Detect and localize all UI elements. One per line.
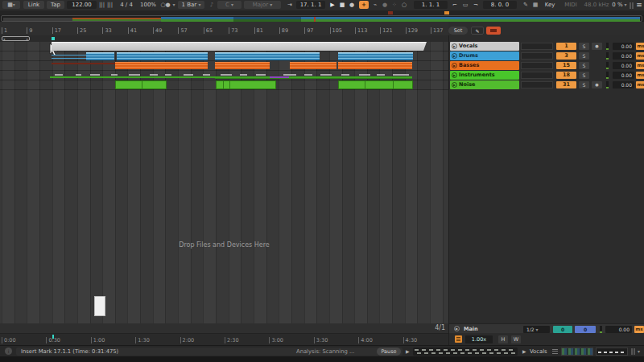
scale-icon[interactable]: ♪ xyxy=(208,1,216,9)
locator-marker[interactable] xyxy=(388,11,393,14)
track-solo-button[interactable]: S xyxy=(579,52,589,60)
metronome-icon[interactable]: ○● xyxy=(159,1,171,9)
midi-clip-preview[interactable] xyxy=(413,348,518,356)
nudge-up-icon[interactable]: ||| xyxy=(106,1,114,9)
track-play-icon[interactable]: ▶ xyxy=(452,43,457,49)
track-name-bar[interactable]: ▶Noise xyxy=(450,80,519,89)
metronome-caret-icon[interactable]: ▾ xyxy=(171,1,176,9)
groove-pool-icon[interactable] xyxy=(455,335,462,343)
track-delay-unit[interactable]: ms xyxy=(636,43,644,50)
cue-volume-field[interactable]: 0 xyxy=(553,326,572,333)
track-delay-unit[interactable]: ms xyxy=(636,62,644,69)
clip-instruments[interactable] xyxy=(215,78,412,79)
track-header-basses[interactable]: ▶Basses15S0.00ms xyxy=(450,61,644,70)
track-delay-value[interactable]: 0.00 xyxy=(613,62,634,69)
arrangement-overview[interactable] xyxy=(1,15,642,22)
track-delay-value[interactable]: 0.00 xyxy=(613,43,634,50)
track-number-box[interactable]: 15 xyxy=(556,62,576,69)
draw-automation-button[interactable]: ✎ xyxy=(471,27,484,35)
track-number-box[interactable]: 3 xyxy=(556,52,576,60)
track-lane-instruments[interactable] xyxy=(0,71,448,80)
clip-basses[interactable] xyxy=(290,62,336,69)
arrangement-area[interactable]: Drop Files and Devices Here xyxy=(0,42,448,323)
track-number-box[interactable]: 31 xyxy=(556,81,576,88)
follow-icon[interactable]: ⇥ xyxy=(285,1,295,9)
track-number-box[interactable]: 18 xyxy=(556,72,576,79)
automation-arm-icon[interactable]: ⌁ xyxy=(371,1,379,9)
tap-tempo-button[interactable]: Tap xyxy=(47,1,64,9)
dragged-clip-ghost[interactable] xyxy=(94,296,105,316)
groove-amount-field[interactable]: 100% xyxy=(138,1,158,9)
track-delay-value[interactable]: 0.00 xyxy=(613,72,634,79)
info-icon[interactable]: i xyxy=(5,348,12,355)
midi-map-button[interactable]: MIDI xyxy=(561,1,580,9)
quantize-menu[interactable]: 1 Bar ▾ xyxy=(178,1,204,9)
back-to-arrangement-button[interactable] xyxy=(486,27,501,35)
track-lane-drums[interactable] xyxy=(0,51,448,61)
clip-preview-thumbnail[interactable] xyxy=(561,348,593,356)
main-delay-value[interactable]: 0.00 xyxy=(605,326,632,333)
track-solo-button[interactable]: S xyxy=(579,62,589,69)
loop-start-field[interactable]: 1. 1. 1 xyxy=(414,1,448,9)
clip-drums[interactable] xyxy=(52,55,86,60)
track-solo-button[interactable]: S xyxy=(579,72,589,79)
track-header-vocals[interactable]: ▶Vocals1S●0.00ms xyxy=(450,42,644,51)
key-map-button[interactable]: Key xyxy=(541,1,559,9)
punch-out-icon[interactable]: ¬ xyxy=(472,1,480,9)
menu-icon[interactable]: ≡ xyxy=(635,1,643,9)
track-lane-vocals[interactable] xyxy=(0,42,448,51)
clip-basses[interactable] xyxy=(215,62,270,69)
clip-drums[interactable] xyxy=(338,52,413,60)
session-record-icon[interactable]: ○ xyxy=(400,1,408,9)
preview-play-icon[interactable]: ▶ xyxy=(406,348,410,354)
insert-marker[interactable] xyxy=(52,37,55,40)
time-signature-field[interactable]: 4 / 4 xyxy=(116,1,137,9)
cpu-caret-icon[interactable]: ▾ xyxy=(623,1,628,9)
stop-button[interactable]: ■ xyxy=(338,1,346,9)
loop-icon[interactable]: ▭ xyxy=(460,1,470,9)
track-io-chooser[interactable] xyxy=(521,43,553,50)
track-header-instruments[interactable]: ▶Instruments18S0.00ms xyxy=(450,71,644,80)
main-output-routing-menu[interactable]: 1/2 ▾ xyxy=(523,326,550,333)
tempo-field[interactable]: 122.00 xyxy=(67,1,97,9)
scrub-area[interactable]: ◂ ▸ xyxy=(0,35,448,42)
track-io-chooser[interactable] xyxy=(521,81,553,88)
track-arm-button[interactable]: ● xyxy=(592,81,602,88)
scale-name-menu[interactable]: Major ▾ xyxy=(244,1,281,9)
clip-basses[interactable] xyxy=(52,63,115,64)
play-button[interactable]: ▶ xyxy=(328,1,336,9)
computer-midi-keyboard-icon[interactable]: ▦ xyxy=(531,1,539,9)
optimize-width-button[interactable]: W xyxy=(511,335,521,343)
track-number-box[interactable]: 1 xyxy=(556,43,576,50)
arrangement-position-field[interactable]: 17. 1. 1 xyxy=(296,1,325,9)
waveform-preview-thumbnail[interactable] xyxy=(596,348,628,356)
set-locator-button[interactable]: Set xyxy=(448,27,468,35)
track-delay-unit[interactable]: ms xyxy=(636,72,644,79)
clip-basses[interactable] xyxy=(338,62,412,69)
track-header-noise[interactable]: ▶Noise31S●0.00ms xyxy=(450,80,644,89)
track-play-icon[interactable]: ▶ xyxy=(452,72,457,78)
pause-analysis-button[interactable]: Pause xyxy=(377,348,401,356)
clip-basses[interactable] xyxy=(115,62,208,69)
track-delay-unit[interactable]: ms xyxy=(636,52,644,60)
track-io-chooser[interactable] xyxy=(521,72,553,79)
locator-marker[interactable] xyxy=(444,11,449,14)
nudge-down-icon[interactable]: ||| xyxy=(98,1,105,9)
track-play-icon[interactable]: ▶ xyxy=(452,82,457,88)
track-header-drums[interactable]: ▶Drums3S0.00ms xyxy=(450,51,644,60)
clip-drums[interactable] xyxy=(215,52,320,60)
clip-vocals[interactable] xyxy=(52,42,427,51)
track-solo-button[interactable]: S xyxy=(579,81,589,88)
punch-in-icon[interactable]: ⌐ xyxy=(451,1,459,9)
clip-drums[interactable] xyxy=(117,52,208,60)
track-name-bar[interactable]: ▶Instruments xyxy=(450,71,519,80)
preview-caret-icon[interactable]: ▾ xyxy=(638,348,640,354)
record-button[interactable]: ● xyxy=(348,1,356,9)
reenable-automation-icon[interactable]: ● xyxy=(381,1,389,9)
main-track-row[interactable]: ▶ Main 1/2 ▾ 0 0 0.00 ms xyxy=(449,323,644,333)
scale-root-menu[interactable]: C ▾ xyxy=(217,1,242,9)
track-io-chooser[interactable] xyxy=(521,62,553,69)
track-solo-button[interactable]: S xyxy=(579,43,589,50)
main-volume-field[interactable]: 0 xyxy=(575,326,596,333)
loop-length-field[interactable]: 8. 0. 0 xyxy=(483,1,517,9)
